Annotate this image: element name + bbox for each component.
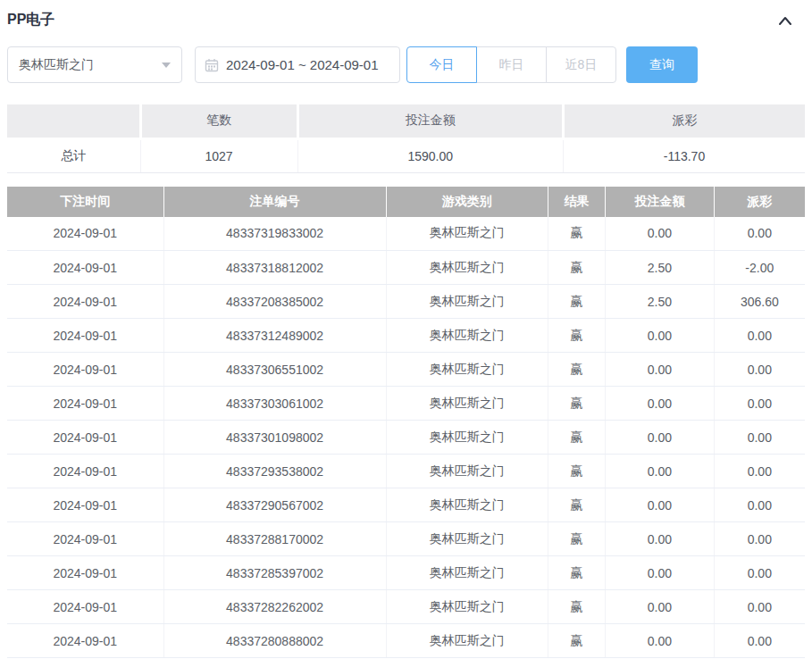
table-row: 2024-09-0148337312489002奥林匹斯之门赢0.000.00 [7,319,805,353]
cell-result: 赢 [548,488,605,522]
cell-game-type: 奥林匹斯之门 [386,319,548,353]
panel-title: PP电子 [7,11,54,29]
summary-header-row: 笔数 投注金额 派彩 [7,104,805,138]
cell-bet-amount: 0.00 [606,455,714,488]
records-header-result: 结果 [548,187,605,217]
game-select[interactable]: 奥林匹斯之门 [7,46,182,83]
summary-total-label: 总计 [7,138,140,172]
cell-game-type: 奥林匹斯之门 [386,522,548,556]
cell-result: 赢 [548,217,605,251]
quick-range-today-button[interactable]: 今日 [406,46,477,83]
chevron-up-icon [778,15,792,26]
cell-payout: -2.00 [714,251,805,285]
summary-header-bet-amount: 投注金额 [297,104,563,138]
cell-bet-time: 2024-09-01 [7,217,163,251]
cell-bet-time: 2024-09-01 [7,353,163,387]
collapse-panel-button[interactable] [778,15,792,26]
cell-payout: 0.00 [714,624,805,658]
cell-bet-time: 2024-09-01 [7,319,163,353]
cell-result: 赢 [548,421,605,455]
cell-order-id: 48337312489002 [163,319,386,353]
cell-order-id: 48337319833002 [163,217,386,251]
table-row: 2024-09-0148337288170002奥林匹斯之门赢0.000.00 [7,522,805,556]
filter-bar: 奥林匹斯之门 2024-09-01 ~ 2024-09-01 [7,46,805,83]
quick-range-yesterday-button[interactable]: 昨日 [476,46,547,83]
cell-bet-amount: 0.00 [606,556,714,590]
cell-bet-time: 2024-09-01 [7,421,163,455]
cell-bet-amount: 0.00 [606,387,714,421]
cell-bet-time: 2024-09-01 [7,624,163,658]
cell-order-id: 48337282262002 [163,590,386,624]
cell-bet-time: 2024-09-01 [7,285,163,319]
cell-payout: 0.00 [714,455,805,488]
cell-game-type: 奥林匹斯之门 [386,488,548,522]
records-header-row: 下注时间 注单编号 游戏类别 结果 投注金额 派彩 [7,187,805,217]
cell-payout: 306.60 [714,285,805,319]
records-header-bet-amount: 投注金额 [606,187,714,217]
cell-game-type: 奥林匹斯之门 [386,251,548,285]
cell-game-type: 奥林匹斯之门 [386,590,548,624]
records-table-body: 2024-09-0148337319833002奥林匹斯之门赢0.000.002… [7,217,805,658]
cell-result: 赢 [548,556,605,590]
cell-order-id: 48337280888002 [163,624,386,658]
table-row: 2024-09-0148337319833002奥林匹斯之门赢0.000.00 [7,217,805,251]
summary-total-count: 1027 [140,138,297,172]
summary-total-payout: -113.70 [563,138,805,172]
cell-bet-amount: 0.00 [606,353,714,387]
cell-bet-time: 2024-09-01 [7,387,163,421]
game-select-value: 奥林匹斯之门 [19,57,94,73]
cell-bet-time: 2024-09-01 [7,251,163,285]
cell-result: 赢 [548,353,605,387]
cell-order-id: 48337285397002 [163,556,386,590]
cell-result: 赢 [548,319,605,353]
query-button[interactable]: 查询 [626,46,698,83]
cell-game-type: 奥林匹斯之门 [386,353,548,387]
cell-bet-amount: 0.00 [606,590,714,624]
cell-payout: 0.00 [714,319,805,353]
cell-bet-amount: 2.50 [606,251,714,285]
table-row: 2024-09-0148337285397002奥林匹斯之门赢0.000.00 [7,556,805,590]
cell-payout: 0.00 [714,522,805,556]
table-row: 2024-09-0148337290567002奥林匹斯之门赢0.000.00 [7,488,805,522]
cell-bet-amount: 0.00 [606,488,714,522]
records-header-bet-time: 下注时间 [7,187,163,217]
cell-bet-amount: 0.00 [606,522,714,556]
cell-payout: 0.00 [714,556,805,590]
records-table: 下注时间 注单编号 游戏类别 结果 投注金额 派彩 2024-09-014833… [7,187,805,659]
cell-payout: 0.00 [714,353,805,387]
cell-game-type: 奥林匹斯之门 [386,455,548,488]
cell-order-id: 48337208385002 [163,285,386,319]
cell-order-id: 48337318812002 [163,251,386,285]
cell-game-type: 奥林匹斯之门 [386,556,548,590]
cell-result: 赢 [548,522,605,556]
cell-order-id: 48337290567002 [163,488,386,522]
cell-result: 赢 [548,387,605,421]
cell-bet-time: 2024-09-01 [7,455,163,488]
cell-payout: 0.00 [714,387,805,421]
table-row: 2024-09-0148337282262002奥林匹斯之门赢0.000.00 [7,590,805,624]
cell-result: 赢 [548,285,605,319]
cell-bet-time: 2024-09-01 [7,556,163,590]
cell-game-type: 奥林匹斯之门 [386,217,548,251]
summary-total-row: 总计 1027 1590.00 -113.70 [7,138,805,172]
cell-game-type: 奥林匹斯之门 [386,624,548,658]
cell-payout: 0.00 [714,590,805,624]
panel-header: PP电子 [7,0,805,29]
cell-payout: 0.00 [714,421,805,455]
table-row: 2024-09-0148337306551002奥林匹斯之门赢0.000.00 [7,353,805,387]
table-row: 2024-09-0148337318812002奥林匹斯之门赢2.50-2.00 [7,251,805,285]
cell-result: 赢 [548,590,605,624]
cell-result: 赢 [548,455,605,488]
summary-header-count: 笔数 [140,104,297,138]
quick-range-last8days-button[interactable]: 近8日 [546,46,616,83]
cell-bet-time: 2024-09-01 [7,522,163,556]
date-range-picker[interactable]: 2024-09-01 ~ 2024-09-01 [195,46,400,83]
date-range-value: 2024-09-01 ~ 2024-09-01 [226,57,379,72]
records-header-payout: 派彩 [714,187,805,217]
summary-total-bet-amount: 1590.00 [297,138,563,172]
pp-dianzi-panel: PP电子 奥林匹斯之门 [0,0,812,659]
cell-order-id: 48337293538002 [163,455,386,488]
summary-table: 笔数 投注金额 派彩 总计 1027 1590.00 -113.70 [7,104,805,173]
cell-bet-amount: 2.50 [606,285,714,319]
table-row: 2024-09-0148337303061002奥林匹斯之门赢0.000.00 [7,387,805,421]
